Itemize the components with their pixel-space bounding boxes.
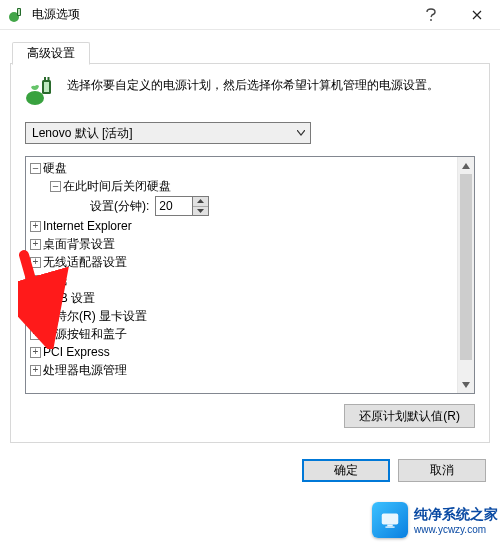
tree-item-cpu-power[interactable]: 处理器电源管理: [30, 361, 472, 379]
minutes-spinner[interactable]: [155, 196, 209, 216]
svg-rect-8: [382, 514, 399, 525]
tree-item-pci-express[interactable]: PCI Express: [30, 343, 472, 361]
setting-label: 设置(分钟):: [90, 198, 149, 214]
tree-label: Internet Explorer: [43, 218, 132, 234]
svg-rect-7: [48, 77, 50, 81]
tree-label: 睡眠: [43, 272, 67, 288]
power-options-icon: [8, 7, 24, 23]
expand-icon[interactable]: [30, 257, 41, 268]
expand-icon[interactable]: [30, 239, 41, 250]
power-plan-combo[interactable]: Lenovo 默认 [活动]: [25, 122, 311, 144]
scroll-thumb[interactable]: [460, 174, 472, 360]
description-text: 选择你要自定义的电源计划，然后选择你希望计算机管理的电源设置。: [67, 76, 439, 108]
advanced-settings-panel: 选择你要自定义的电源计划，然后选择你希望计算机管理的电源设置。 Lenovo 默…: [10, 64, 490, 443]
watermark-badge-icon: [372, 502, 408, 538]
settings-tree: 硬盘 在此时间后关闭硬盘 设置(分钟):: [25, 156, 475, 394]
tree-item-wireless-adapter[interactable]: 无线适配器设置: [30, 253, 472, 271]
svg-point-3: [26, 91, 44, 105]
tree-item-sleep[interactable]: 睡眠: [30, 271, 472, 289]
titlebar: 电源选项: [0, 0, 500, 30]
expand-icon[interactable]: [30, 275, 41, 286]
svg-rect-9: [387, 525, 393, 527]
scroll-up-button[interactable]: [458, 157, 474, 174]
svg-rect-5: [44, 82, 49, 92]
minutes-input[interactable]: [155, 196, 193, 216]
cancel-button[interactable]: 取消: [398, 459, 486, 482]
expand-icon[interactable]: [30, 329, 41, 340]
svg-rect-6: [44, 77, 46, 81]
chevron-down-icon: [296, 130, 306, 136]
tree-label: 英特尔(R) 显卡设置: [43, 308, 147, 324]
expand-icon[interactable]: [30, 311, 41, 322]
tree-label: 在此时间后关闭硬盘: [63, 178, 171, 194]
tree-label: 无线适配器设置: [43, 254, 127, 270]
tree-label: 桌面背景设置: [43, 236, 115, 252]
scroll-track[interactable]: [458, 174, 474, 376]
expand-icon[interactable]: [30, 347, 41, 358]
tree-label: 处理器电源管理: [43, 362, 127, 378]
tab-strip: 高级设置: [10, 40, 490, 64]
tree-label: PCI Express: [43, 344, 110, 360]
tree-item-desktop-background[interactable]: 桌面背景设置: [30, 235, 472, 253]
scroll-down-button[interactable]: [458, 376, 474, 393]
dialog-button-row: 确定 取消: [0, 453, 500, 492]
expand-icon[interactable]: [30, 221, 41, 232]
help-button[interactable]: [408, 0, 454, 30]
watermark: 纯净系统之家 www.ycwzy.com: [372, 502, 498, 538]
tree-item-power-buttons-lid[interactable]: 电源按钮和盖子: [30, 325, 472, 343]
tab-advanced-settings[interactable]: 高级设置: [12, 42, 90, 65]
power-plan-icon: [25, 76, 57, 108]
tree-item-intel-graphics[interactable]: 英特尔(R) 显卡设置: [30, 307, 472, 325]
tree-item-usb[interactable]: USB 设置: [30, 289, 472, 307]
collapse-icon[interactable]: [30, 163, 41, 174]
description-row: 选择你要自定义的电源计划，然后选择你希望计算机管理的电源设置。: [25, 76, 475, 108]
tree-label: 硬盘: [43, 160, 67, 176]
expand-icon[interactable]: [30, 365, 41, 376]
tree-scrollbar[interactable]: [457, 157, 474, 393]
restore-defaults-button[interactable]: 还原计划默认值(R): [344, 404, 475, 428]
tree-item-turn-off-hdd[interactable]: 在此时间后关闭硬盘: [30, 177, 472, 195]
tree-item-internet-explorer[interactable]: Internet Explorer: [30, 217, 472, 235]
power-plan-selected: Lenovo 默认 [活动]: [32, 125, 296, 142]
spinner-down-button[interactable]: [193, 206, 208, 216]
tree-label: 电源按钮和盖子: [43, 326, 127, 342]
close-button[interactable]: [454, 0, 500, 30]
svg-rect-2: [18, 9, 20, 15]
expand-icon[interactable]: [30, 293, 41, 304]
window-title: 电源选项: [32, 6, 80, 23]
watermark-url: www.ycwzy.com: [414, 524, 498, 535]
svg-rect-10: [385, 526, 394, 527]
tree-item-hard-disk[interactable]: 硬盘: [30, 159, 472, 177]
ok-button[interactable]: 确定: [302, 459, 390, 482]
tree-label: USB 设置: [43, 290, 95, 306]
collapse-icon[interactable]: [50, 181, 61, 192]
watermark-name: 纯净系统之家: [414, 506, 498, 522]
spinner-up-button[interactable]: [193, 197, 208, 206]
tree-item-hdd-setting-value: 设置(分钟):: [30, 195, 472, 217]
